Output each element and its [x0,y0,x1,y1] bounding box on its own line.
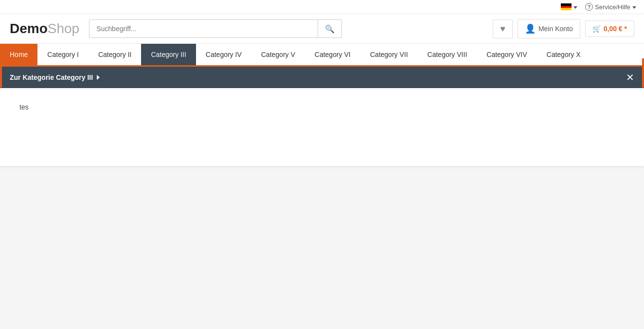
search-input[interactable] [89,20,318,37]
navigation-bar: HomeCategory ICategory IICategory IIICat… [0,44,644,67]
content-area: tes [0,88,644,166]
help-icon: ? [585,3,593,11]
logo-shop: Shop [48,21,79,37]
orange-accent-left [0,58,2,88]
content-text: tes [19,103,29,111]
nav-item-home[interactable]: Home [0,44,37,65]
header-actions: ♥ 👤 Mein Konto 🛒 0,00 € * [493,19,634,38]
nav-item-cat5[interactable]: Category V [251,44,305,65]
cart-icon: 🛒 [592,25,601,33]
chevron-right-icon [97,75,100,80]
nav-item-cat8[interactable]: Category VIII [418,44,477,65]
header: DemoShop 🔍 ♥ 👤 Mein Konto 🛒 0,00 € * [0,14,644,44]
person-icon: 👤 [525,23,536,34]
logo-demo: Demo [10,21,48,37]
top-bar: ? Service/Hilfe [0,0,644,14]
search-button[interactable]: 🔍 [318,20,341,37]
cart-button[interactable]: 🛒 0,00 € * [585,20,634,37]
flag-icon [561,3,572,10]
nav-item-cat10[interactable]: Category X [537,44,590,65]
dropdown-link-text: Zur Kategorie Category III [10,73,93,81]
search-icon: 🔍 [325,25,335,33]
nav-item-cat7[interactable]: Category VII [360,44,418,65]
language-chevron-icon [573,6,577,9]
cart-price: 0,00 € * [604,25,627,33]
account-label: Mein Konto [538,25,573,33]
nav-item-cat3[interactable]: Category III [141,44,196,65]
heart-icon: ♥ [500,24,505,34]
service-help-link[interactable]: ? Service/Hilfe [585,3,636,11]
wishlist-button[interactable]: ♥ [493,19,513,38]
logo[interactable]: DemoShop [10,21,79,37]
search-bar: 🔍 [89,19,342,38]
nav-item-cat9[interactable]: Category VIV [477,44,537,65]
service-label: Service/Hilfe [595,3,630,11]
orange-accent-right [642,58,644,88]
dropdown-panel: Zur Kategorie Category III ✕ [0,67,644,88]
nav-item-cat4[interactable]: Category IV [196,44,251,65]
nav-item-cat1[interactable]: Category I [37,44,89,65]
nav-item-cat2[interactable]: Category II [89,44,141,65]
language-selector[interactable] [561,3,577,10]
dropdown-category-link[interactable]: Zur Kategorie Category III [10,73,100,81]
service-chevron-icon [632,6,636,9]
account-button[interactable]: 👤 Mein Konto [518,19,580,38]
nav-item-cat6[interactable]: Category VI [305,44,360,65]
dropdown-close-button[interactable]: ✕ [626,73,634,82]
